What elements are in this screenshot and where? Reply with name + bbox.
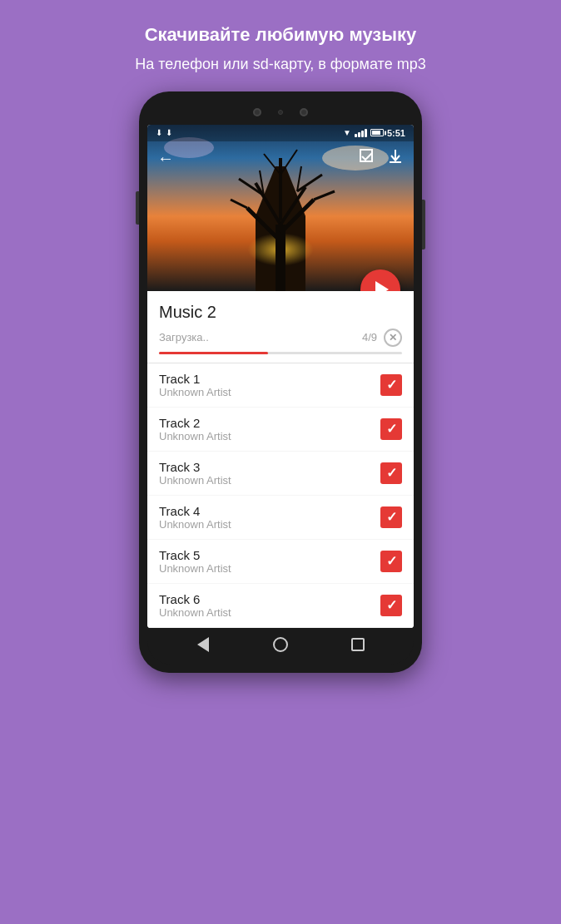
svg-line-9 (297, 175, 322, 191)
track-checkbox-6[interactable]: ✓ (380, 595, 402, 616)
track-checkbox-1[interactable]: ✓ (380, 374, 402, 396)
front-camera (253, 108, 261, 116)
checkmark-4: ✓ (386, 509, 397, 525)
track-info-5: Track 5 Unknown Artist (159, 548, 380, 575)
speaker (278, 110, 283, 115)
home-nav-icon (273, 637, 288, 652)
cancel-x-icon: ✕ (389, 332, 397, 343)
track-name-4: Track 4 (159, 504, 380, 518)
track-name-3: Track 3 (159, 460, 380, 474)
track-name-2: Track 2 (159, 416, 380, 430)
track-checkbox-2[interactable]: ✓ (380, 418, 402, 440)
svg-rect-1 (276, 225, 285, 291)
track-item-6: Track 6 Unknown Artist ✓ (147, 584, 414, 628)
download-button[interactable] (387, 148, 404, 169)
svg-line-13 (231, 200, 247, 208)
track-info-4: Track 4 Unknown Artist (159, 504, 380, 531)
track-checkbox-4[interactable]: ✓ (380, 506, 402, 528)
track-item-2: Track 2 Unknown Artist ✓ (147, 408, 414, 452)
progress-count: 4/9 (362, 331, 377, 343)
progress-row: Загрузка.. 4/9 ✕ (159, 329, 402, 347)
nav-back-button[interactable] (195, 636, 211, 653)
volume-button-left (136, 191, 139, 225)
svg-line-7 (239, 179, 264, 195)
phone-top-bar (147, 105, 414, 125)
track-list: Track 1 Unknown Artist ✓ Track 2 Unknown… (147, 363, 414, 628)
track-artist-3: Unknown Artist (159, 474, 380, 487)
app-bar-actions (359, 148, 404, 169)
select-all-button[interactable] (359, 148, 375, 169)
content-area: Music 2 Загрузка.. 4/9 ✕ Track 1 Un (147, 291, 414, 628)
track-item-5: Track 5 Unknown Artist ✓ (147, 540, 414, 584)
header-subtitle: На телефон или sd-карту, в формате mp3 (135, 54, 425, 75)
track-name-5: Track 5 (159, 548, 380, 562)
progress-label: Загрузка.. (159, 331, 209, 343)
back-nav-icon (197, 637, 209, 652)
phone-nav-bar (147, 628, 414, 665)
progress-bar-fill (159, 352, 268, 354)
track-artist-2: Unknown Artist (159, 430, 380, 442)
track-item-3: Track 3 Unknown Artist ✓ (147, 452, 414, 496)
track-info-3: Track 3 Unknown Artist (159, 460, 380, 487)
cancel-download-button[interactable]: ✕ (384, 329, 402, 347)
play-icon (375, 281, 389, 291)
checkmark-6: ✓ (386, 597, 397, 613)
checkmark-5: ✓ (386, 553, 397, 569)
phone-shell: ⬇ ⬇ ▼ 5:51 ← (139, 91, 422, 673)
track-artist-4: Unknown Artist (159, 518, 380, 531)
track-name-6: Track 6 (159, 592, 380, 606)
track-info-2: Track 2 Unknown Artist (159, 416, 380, 442)
checkmark-2: ✓ (386, 421, 397, 437)
track-item-1: Track 1 Unknown Artist ✓ (147, 363, 414, 408)
album-title: Music 2 (159, 303, 402, 322)
header-title: Скачивайте любимую музыку (135, 23, 425, 47)
nav-home-button[interactable] (272, 636, 289, 653)
progress-bar-container (159, 352, 402, 354)
checkmark-1: ✓ (386, 377, 397, 393)
svg-line-14 (314, 191, 335, 200)
sensor (300, 108, 308, 116)
track-name-1: Track 1 (159, 372, 380, 386)
track-checkbox-3[interactable]: ✓ (380, 462, 402, 484)
track-checkbox-5[interactable]: ✓ (380, 551, 402, 572)
phone-screen: ⬇ ⬇ ▼ 5:51 ← (147, 125, 414, 628)
track-item-4: Track 4 Unknown Artist ✓ (147, 496, 414, 540)
app-bar: ← (147, 125, 414, 175)
track-info-6: Track 6 Unknown Artist (159, 592, 380, 619)
track-artist-1: Unknown Artist (159, 386, 380, 398)
recents-nav-icon (351, 638, 365, 651)
back-button[interactable]: ← (157, 149, 174, 168)
header-section: Скачивайте любимую музыку На телефон или… (102, 0, 459, 91)
checkmark-3: ✓ (386, 465, 397, 481)
track-info-1: Track 1 Unknown Artist (159, 372, 380, 398)
track-artist-5: Unknown Artist (159, 562, 380, 575)
nav-recents-button[interactable] (350, 636, 366, 653)
power-button-right (422, 200, 425, 250)
track-artist-6: Unknown Artist (159, 606, 380, 619)
play-button[interactable] (360, 269, 400, 291)
